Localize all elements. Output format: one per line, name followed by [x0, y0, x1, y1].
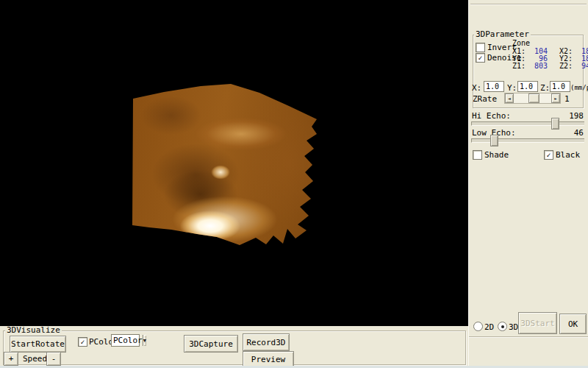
mode-3d-radio[interactable] — [498, 322, 507, 331]
zrate-label: ZRate — [473, 94, 497, 104]
speed-label: Speed — [23, 354, 47, 364]
scale-z-label: Z: — [540, 83, 550, 93]
zone-title: Zone — [512, 39, 530, 47]
black-label: Black — [556, 150, 580, 160]
invert-checkbox[interactable] — [476, 43, 485, 52]
scale-unit-label: (mm/p) — [570, 84, 588, 91]
hi-echo-value: 198 — [556, 111, 584, 121]
mode-3d-label: 3D — [509, 322, 518, 332]
arrow-left-icon: ◄ — [508, 96, 511, 101]
scroll-right-button[interactable]: ► — [551, 93, 560, 103]
radio-dot-icon — [501, 325, 504, 328]
low-echo-slider-thumb[interactable] — [490, 135, 498, 146]
black-checkbox[interactable]: ✓ — [544, 150, 553, 160]
zrate-scrollbar[interactable]: ◄ ► — [504, 93, 561, 104]
shade-label: Shade — [484, 150, 509, 160]
scale-y-input[interactable] — [517, 81, 538, 92]
panel-bottom-separator — [469, 336, 588, 338]
mode-2d-radio[interactable] — [473, 322, 483, 331]
dropdown-arrow-icon[interactable]: ▼ — [143, 335, 146, 346]
parameter-groupbox-title: 3DParameter — [474, 30, 531, 38]
app-window: 3DParameter Invert ✓ Denoise Zone X1: 10… — [0, 0, 588, 368]
zrate-scroll-thumb[interactable] — [528, 93, 539, 103]
speed-minus-button[interactable]: - — [46, 352, 61, 366]
low-echo-slider-track[interactable] — [471, 138, 584, 143]
shade-checkbox[interactable] — [473, 150, 482, 160]
arrow-right-icon: ► — [554, 96, 557, 101]
3dstart-button[interactable]: 3DStart — [518, 312, 557, 334]
check-icon: ✓ — [80, 339, 85, 346]
zone-z1-label: Z1: — [512, 63, 527, 70]
mode-2d-label: 2D — [484, 322, 494, 332]
scale-z-input[interactable] — [550, 81, 570, 92]
start-rotate-button[interactable]: StartRotate — [10, 336, 66, 353]
speed-plus-button[interactable]: + — [4, 352, 18, 366]
check-icon: ✓ — [478, 54, 482, 62]
hi-echo-slider-track[interactable] — [471, 121, 584, 126]
low-echo-value: 46 — [556, 128, 584, 138]
3dcapture-button[interactable]: 3DCapture — [184, 335, 238, 353]
scale-y-label: Y: — [507, 83, 517, 93]
pcolor-dropdown[interactable]: PColor ▼ — [111, 334, 140, 347]
ok-button[interactable]: OK — [559, 314, 587, 334]
bottom-toolbar: 3DVisualize StartRotate + Speed - ✓ PCol… — [0, 326, 468, 368]
pcolor-dropdown-value: PColor — [112, 336, 143, 345]
zone-z2-value: 941 — [576, 63, 588, 70]
panel-top-edge — [470, 4, 587, 5]
hi-echo-label: Hi Echo: — [472, 111, 511, 121]
denoise-checkbox[interactable]: ✓ — [476, 53, 485, 63]
preview-button[interactable]: Preview — [243, 351, 294, 367]
render-viewport[interactable] — [0, 0, 468, 326]
ultrasound-volume-render — [131, 82, 319, 249]
scroll-left-button[interactable]: ◄ — [505, 93, 514, 103]
zrate-value: 1 — [564, 94, 570, 104]
zone-z2-label: Z2: — [559, 63, 576, 70]
scale-x-label: X: — [472, 83, 481, 93]
check-icon: ✓ — [546, 152, 551, 159]
pcolor-checkbox[interactable]: ✓ — [78, 337, 87, 347]
record3d-button[interactable]: Record3D — [243, 333, 290, 351]
scale-x-input[interactable] — [484, 81, 504, 92]
parameter-panel: 3DParameter Invert ✓ Denoise Zone X1: 10… — [468, 0, 588, 368]
zone-z1-value: 803 — [527, 63, 548, 70]
visualize-groupbox-title: 3DVisualize — [5, 326, 62, 334]
zone-row: Z1: 803 Z2: 941 — [512, 63, 588, 70]
